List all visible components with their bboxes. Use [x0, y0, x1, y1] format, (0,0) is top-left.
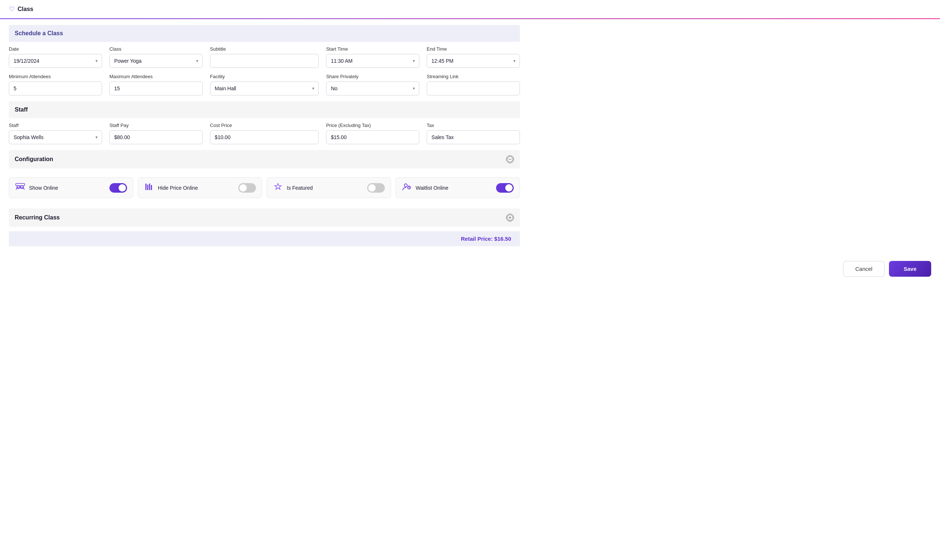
show-online-label: Show Online	[29, 185, 106, 191]
svg-point-9	[404, 184, 407, 187]
staff-select-wrapper: Sophia Wells ▾	[9, 130, 102, 144]
schedule-row-2: Minimum Attendees Maximum Attendees Faci…	[9, 74, 520, 95]
waitlist-online-toggle-item: Waitlist Online	[396, 177, 520, 198]
staff-row: Staff Sophia Wells ▾ Staff Pay Cost Pric…	[9, 123, 520, 144]
staff-group: Staff Sophia Wells ▾	[9, 123, 102, 144]
start-time-group: Start Time 11:30 AM ▾	[326, 46, 419, 68]
configuration-collapse-icon[interactable]	[506, 155, 514, 163]
min-attendees-group: Minimum Attendees	[9, 74, 102, 95]
hide-price-toggle[interactable]	[238, 183, 256, 193]
tax-label: Tax	[427, 123, 520, 128]
toggle-row: Show Online Hide Price Online	[9, 173, 520, 203]
configuration-section-header: Configuration	[9, 150, 520, 168]
class-select-wrapper: Power Yoga ▾	[109, 54, 203, 68]
heart-icon: ♡	[9, 5, 15, 13]
end-time-select[interactable]: 12:45 PM	[427, 54, 520, 68]
save-button[interactable]: Save	[889, 261, 931, 277]
subtitle-group: Subtitle	[210, 46, 319, 68]
max-attendees-input[interactable]	[109, 82, 203, 95]
recurring-section-header: Recurring Class	[9, 208, 520, 227]
share-privately-select-wrapper: No Yes ▾	[326, 82, 419, 95]
is-featured-slider	[367, 183, 385, 193]
top-bar: ♡ Class	[0, 0, 940, 19]
minus-icon	[507, 156, 513, 163]
start-time-select-wrapper: 11:30 AM ▾	[326, 54, 419, 68]
max-attendees-label: Maximum Attendees	[109, 74, 203, 79]
svg-point-2	[17, 186, 20, 189]
retail-price-label: Retail Price: $16.50	[461, 235, 511, 242]
page-title: Class	[18, 6, 34, 12]
price-excl-tax-input[interactable]	[326, 130, 419, 144]
schedule-title: Schedule a Class	[15, 30, 63, 37]
schedule-row-1: Date 19/12/2024 ▾ Class Power Yoga ▾ Sub…	[9, 46, 520, 68]
waitlist-online-toggle[interactable]	[496, 183, 514, 193]
staff-pay-label: Staff Pay	[109, 123, 203, 128]
subtitle-input[interactable]	[210, 54, 319, 68]
facility-label: Facility	[210, 74, 319, 79]
streaming-link-label: Streaming Link	[427, 74, 520, 79]
is-featured-label: Is Featured	[287, 185, 364, 191]
recurring-expand-icon[interactable]	[506, 214, 514, 222]
share-privately-select[interactable]: No Yes	[326, 82, 419, 95]
svg-rect-6	[147, 185, 148, 190]
waitlist-icon	[402, 183, 412, 193]
show-online-toggle[interactable]	[109, 183, 127, 193]
hide-price-toggle-item: Hide Price Online	[138, 177, 262, 198]
staff-title: Staff	[15, 106, 28, 113]
cost-price-group: Cost Price	[210, 123, 319, 144]
star-icon	[273, 183, 283, 193]
start-time-label: Start Time	[326, 46, 419, 52]
price-excl-tax-label: Price (Excluding Tax)	[326, 123, 419, 128]
start-time-select[interactable]: 11:30 AM	[326, 54, 419, 68]
class-select[interactable]: Power Yoga	[109, 54, 203, 68]
max-attendees-group: Maximum Attendees	[109, 74, 203, 95]
subtitle-label: Subtitle	[210, 46, 319, 52]
hide-price-icon	[144, 183, 154, 193]
min-attendees-input[interactable]	[9, 82, 102, 95]
retail-price-bar: Retail Price: $16.50	[9, 231, 520, 246]
hide-price-slider	[238, 183, 256, 193]
main-content: Schedule a Class Date 19/12/2024 ▾ Class…	[0, 25, 529, 255]
share-privately-group: Share Privately No Yes ▾	[326, 74, 419, 95]
cost-price-input[interactable]	[210, 130, 319, 144]
cost-price-label: Cost Price	[210, 123, 319, 128]
cancel-button[interactable]: Cancel	[843, 261, 885, 277]
staff-pay-input[interactable]	[109, 130, 203, 144]
end-time-group: End Time 12:45 PM ▾	[427, 46, 520, 68]
svg-rect-4	[16, 183, 25, 186]
svg-rect-5	[145, 183, 146, 190]
svg-point-3	[20, 186, 23, 189]
hide-price-label: Hide Price Online	[158, 185, 235, 191]
streaming-link-input[interactable]	[427, 82, 520, 95]
svg-line-12	[409, 188, 410, 188]
svg-rect-7	[149, 183, 150, 190]
class-group: Class Power Yoga ▾	[109, 46, 203, 68]
end-time-label: End Time	[427, 46, 520, 52]
date-select-wrapper: 19/12/2024 ▾	[9, 54, 102, 68]
date-group: Date 19/12/2024 ▾	[9, 46, 102, 68]
share-privately-label: Share Privately	[326, 74, 419, 79]
min-attendees-label: Minimum Attendees	[9, 74, 102, 79]
staff-select[interactable]: Sophia Wells	[9, 130, 102, 144]
staff-label: Staff	[9, 123, 102, 128]
date-label: Date	[9, 46, 102, 52]
facility-select[interactable]: Main Hall	[210, 82, 319, 95]
facility-select-wrapper: Main Hall ▾	[210, 82, 319, 95]
configuration-title: Configuration	[15, 156, 53, 163]
recurring-title: Recurring Class	[15, 214, 60, 221]
staff-pay-group: Staff Pay	[109, 123, 203, 144]
end-time-select-wrapper: 12:45 PM ▾	[427, 54, 520, 68]
is-featured-toggle[interactable]	[367, 183, 385, 193]
schedule-section-header: Schedule a Class	[9, 25, 520, 42]
class-label: Class	[109, 46, 203, 52]
show-online-slider	[109, 183, 127, 193]
streaming-link-group: Streaming Link	[427, 74, 520, 95]
tax-input[interactable]	[427, 130, 520, 144]
is-featured-toggle-item: Is Featured	[267, 177, 391, 198]
date-select[interactable]: 19/12/2024	[9, 54, 102, 68]
svg-rect-8	[151, 185, 152, 190]
show-online-toggle-item: Show Online	[9, 177, 133, 198]
show-online-icon	[15, 183, 25, 193]
facility-group: Facility Main Hall ▾	[210, 74, 319, 95]
footer-buttons: Cancel Save	[0, 255, 940, 283]
